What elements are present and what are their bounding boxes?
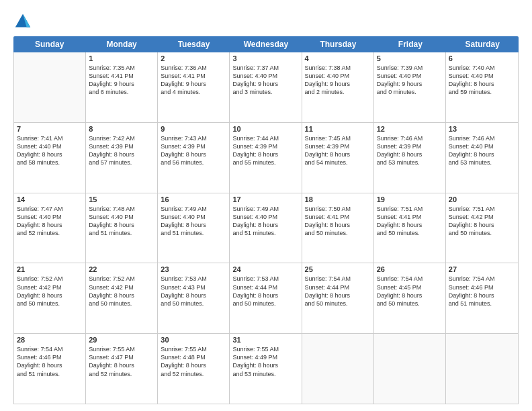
calendar-cell: 5Sunrise: 7:39 AM Sunset: 4:40 PM Daylig… bbox=[374, 52, 446, 122]
day-info: Sunrise: 7:52 AM Sunset: 4:42 PM Dayligh… bbox=[17, 275, 83, 308]
day-info: Sunrise: 7:40 AM Sunset: 4:40 PM Dayligh… bbox=[449, 64, 515, 97]
calendar-cell: 28Sunrise: 7:54 AM Sunset: 4:46 PM Dayli… bbox=[14, 334, 86, 404]
day-info: Sunrise: 7:55 AM Sunset: 4:48 PM Dayligh… bbox=[161, 345, 226, 378]
header bbox=[13, 12, 519, 31]
day-info: Sunrise: 7:39 AM Sunset: 4:40 PM Dayligh… bbox=[377, 64, 443, 97]
day-number: 12 bbox=[377, 125, 443, 133]
day-info: Sunrise: 7:48 AM Sunset: 4:40 PM Dayligh… bbox=[89, 205, 154, 238]
day-info: Sunrise: 7:36 AM Sunset: 4:41 PM Dayligh… bbox=[161, 64, 226, 97]
calendar-cell: 12Sunrise: 7:46 AM Sunset: 4:39 PM Dayli… bbox=[374, 123, 446, 193]
day-info: Sunrise: 7:52 AM Sunset: 4:42 PM Dayligh… bbox=[89, 275, 154, 308]
calendar-header: SundayMondayTuesdayWednesdayThursdayFrid… bbox=[13, 36, 519, 52]
day-info: Sunrise: 7:51 AM Sunset: 4:41 PM Dayligh… bbox=[377, 205, 443, 238]
calendar-cell: 17Sunrise: 7:49 AM Sunset: 4:40 PM Dayli… bbox=[230, 193, 302, 263]
day-number: 16 bbox=[161, 195, 226, 203]
calendar-cell: 3Sunrise: 7:37 AM Sunset: 4:40 PM Daylig… bbox=[230, 52, 302, 122]
day-number: 17 bbox=[232, 195, 298, 203]
calendar-cell bbox=[374, 334, 446, 404]
calendar-cell: 15Sunrise: 7:48 AM Sunset: 4:40 PM Dayli… bbox=[86, 193, 158, 263]
day-info: Sunrise: 7:54 AM Sunset: 4:45 PM Dayligh… bbox=[377, 275, 443, 308]
calendar-cell: 19Sunrise: 7:51 AM Sunset: 4:41 PM Dayli… bbox=[374, 193, 446, 263]
day-number: 3 bbox=[232, 54, 298, 62]
day-info: Sunrise: 7:44 AM Sunset: 4:39 PM Dayligh… bbox=[232, 134, 298, 167]
calendar-cell: 21Sunrise: 7:52 AM Sunset: 4:42 PM Dayli… bbox=[14, 263, 86, 333]
day-number: 21 bbox=[17, 265, 83, 273]
day-number: 19 bbox=[377, 195, 443, 203]
calendar-cell: 7Sunrise: 7:41 AM Sunset: 4:40 PM Daylig… bbox=[14, 123, 86, 193]
day-info: Sunrise: 7:46 AM Sunset: 4:39 PM Dayligh… bbox=[377, 134, 443, 167]
calendar-cell bbox=[14, 52, 86, 122]
day-info: Sunrise: 7:53 AM Sunset: 4:44 PM Dayligh… bbox=[232, 275, 298, 308]
calendar-row: 21Sunrise: 7:52 AM Sunset: 4:42 PM Dayli… bbox=[14, 263, 518, 334]
day-info: Sunrise: 7:41 AM Sunset: 4:40 PM Dayligh… bbox=[17, 134, 83, 167]
day-info: Sunrise: 7:55 AM Sunset: 4:47 PM Dayligh… bbox=[89, 345, 154, 378]
day-info: Sunrise: 7:55 AM Sunset: 4:49 PM Dayligh… bbox=[232, 345, 298, 378]
day-info: Sunrise: 7:42 AM Sunset: 4:39 PM Dayligh… bbox=[89, 134, 154, 167]
calendar-cell: 24Sunrise: 7:53 AM Sunset: 4:44 PM Dayli… bbox=[230, 263, 302, 333]
calendar-cell: 31Sunrise: 7:55 AM Sunset: 4:49 PM Dayli… bbox=[230, 334, 302, 404]
page: SundayMondayTuesdayWednesdayThursdayFrid… bbox=[0, 0, 532, 411]
calendar-cell: 20Sunrise: 7:51 AM Sunset: 4:42 PM Dayli… bbox=[446, 193, 518, 263]
logo-icon bbox=[13, 12, 32, 31]
day-info: Sunrise: 7:38 AM Sunset: 4:40 PM Dayligh… bbox=[305, 64, 371, 97]
day-info: Sunrise: 7:45 AM Sunset: 4:39 PM Dayligh… bbox=[305, 134, 371, 167]
calendar-cell: 22Sunrise: 7:52 AM Sunset: 4:42 PM Dayli… bbox=[86, 263, 158, 333]
calendar-cell: 13Sunrise: 7:46 AM Sunset: 4:40 PM Dayli… bbox=[446, 123, 518, 193]
day-info: Sunrise: 7:54 AM Sunset: 4:44 PM Dayligh… bbox=[305, 275, 371, 308]
calendar-cell bbox=[446, 334, 518, 404]
day-info: Sunrise: 7:37 AM Sunset: 4:40 PM Dayligh… bbox=[232, 64, 298, 97]
calendar-cell: 1Sunrise: 7:35 AM Sunset: 4:41 PM Daylig… bbox=[86, 52, 158, 122]
calendar-header-cell: Friday bbox=[374, 36, 446, 52]
calendar-cell: 23Sunrise: 7:53 AM Sunset: 4:43 PM Dayli… bbox=[158, 263, 230, 333]
day-number: 29 bbox=[89, 336, 154, 344]
calendar-cell: 26Sunrise: 7:54 AM Sunset: 4:45 PM Dayli… bbox=[374, 263, 446, 333]
day-number: 22 bbox=[89, 265, 154, 273]
calendar-header-cell: Tuesday bbox=[158, 36, 230, 52]
day-number: 10 bbox=[232, 125, 298, 133]
day-number: 9 bbox=[161, 125, 226, 133]
day-number: 27 bbox=[449, 265, 515, 273]
day-number: 15 bbox=[89, 195, 154, 203]
day-info: Sunrise: 7:46 AM Sunset: 4:40 PM Dayligh… bbox=[449, 134, 515, 167]
calendar-body: 1Sunrise: 7:35 AM Sunset: 4:41 PM Daylig… bbox=[13, 52, 519, 404]
day-number: 8 bbox=[89, 125, 154, 133]
calendar-header-cell: Sunday bbox=[13, 36, 85, 52]
calendar-cell: 6Sunrise: 7:40 AM Sunset: 4:40 PM Daylig… bbox=[446, 52, 518, 122]
calendar-cell bbox=[302, 334, 374, 404]
calendar-row: 1Sunrise: 7:35 AM Sunset: 4:41 PM Daylig… bbox=[14, 52, 518, 123]
day-info: Sunrise: 7:35 AM Sunset: 4:41 PM Dayligh… bbox=[89, 64, 154, 97]
calendar-cell: 25Sunrise: 7:54 AM Sunset: 4:44 PM Dayli… bbox=[302, 263, 374, 333]
day-info: Sunrise: 7:51 AM Sunset: 4:42 PM Dayligh… bbox=[449, 205, 515, 238]
calendar-header-cell: Monday bbox=[85, 36, 157, 52]
calendar-cell: 27Sunrise: 7:54 AM Sunset: 4:46 PM Dayli… bbox=[446, 263, 518, 333]
calendar-cell: 14Sunrise: 7:47 AM Sunset: 4:40 PM Dayli… bbox=[14, 193, 86, 263]
day-number: 11 bbox=[305, 125, 371, 133]
day-number: 24 bbox=[232, 265, 298, 273]
calendar-cell: 9Sunrise: 7:43 AM Sunset: 4:39 PM Daylig… bbox=[158, 123, 230, 193]
day-info: Sunrise: 7:50 AM Sunset: 4:41 PM Dayligh… bbox=[305, 205, 371, 238]
day-info: Sunrise: 7:49 AM Sunset: 4:40 PM Dayligh… bbox=[161, 205, 226, 238]
calendar-row: 28Sunrise: 7:54 AM Sunset: 4:46 PM Dayli… bbox=[14, 334, 518, 404]
calendar-cell: 10Sunrise: 7:44 AM Sunset: 4:39 PM Dayli… bbox=[230, 123, 302, 193]
calendar-header-cell: Wednesday bbox=[230, 36, 302, 52]
day-info: Sunrise: 7:47 AM Sunset: 4:40 PM Dayligh… bbox=[17, 205, 83, 238]
day-number: 6 bbox=[449, 54, 515, 62]
day-info: Sunrise: 7:54 AM Sunset: 4:46 PM Dayligh… bbox=[449, 275, 515, 308]
day-number: 18 bbox=[305, 195, 371, 203]
calendar-cell: 11Sunrise: 7:45 AM Sunset: 4:39 PM Dayli… bbox=[302, 123, 374, 193]
day-number: 2 bbox=[161, 54, 226, 62]
day-number: 5 bbox=[377, 54, 443, 62]
calendar-row: 7Sunrise: 7:41 AM Sunset: 4:40 PM Daylig… bbox=[14, 123, 518, 193]
logo bbox=[13, 12, 35, 31]
calendar-header-cell: Saturday bbox=[447, 36, 519, 52]
calendar-cell: 16Sunrise: 7:49 AM Sunset: 4:40 PM Dayli… bbox=[158, 193, 230, 263]
day-number: 28 bbox=[17, 336, 83, 344]
day-number: 26 bbox=[377, 265, 443, 273]
calendar-cell: 29Sunrise: 7:55 AM Sunset: 4:47 PM Dayli… bbox=[86, 334, 158, 404]
calendar-cell: 2Sunrise: 7:36 AM Sunset: 4:41 PM Daylig… bbox=[158, 52, 230, 122]
day-info: Sunrise: 7:53 AM Sunset: 4:43 PM Dayligh… bbox=[161, 275, 226, 308]
day-number: 1 bbox=[89, 54, 154, 62]
day-info: Sunrise: 7:54 AM Sunset: 4:46 PM Dayligh… bbox=[17, 345, 83, 378]
day-number: 31 bbox=[232, 336, 298, 344]
day-number: 30 bbox=[161, 336, 226, 344]
